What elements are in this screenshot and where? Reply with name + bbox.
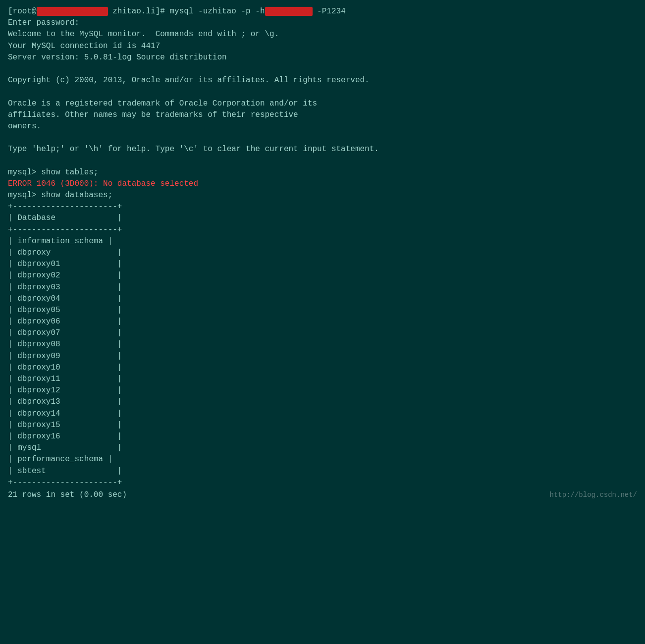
redacted-host: XXXXXXXXXX [265,7,313,16]
table-sep-header: +----------------------+ [8,224,637,236]
prompt-domain: zhitao.li]# mysql -uzhitao -p -h [108,7,265,16]
db-row-16: | dbproxy14 | [8,408,637,420]
prompt-start: [root@ [8,7,37,16]
output-line-2: Welcome to the MySQL monitor. Commands e… [8,29,637,40]
mysql-cmd-1: mysql> show tables; [8,167,637,178]
output-line-7: affiliates. Other names may be trademark… [8,109,637,121]
db-row-8: | dbproxy06 | [8,316,637,327]
db-row-12: | dbproxy10 | [8,362,637,374]
db-row-11: | dbproxy09 | [8,351,637,362]
db-row-2: | dbproxy | [8,247,637,259]
output-line-4: Server version: 5.0.81-log Source distri… [8,52,637,63]
table-sep-bottom: +----------------------+ [8,477,637,488]
output-line-1: Enter password: [8,17,637,29]
mysql-cmd-2: mysql> show databases; [8,190,637,201]
output-line-blank-2 [8,86,637,98]
prompt-line: [root@XXXXXXXXXXXXXXX zhitao.li]# mysql … [8,6,637,17]
db-row-7: | dbproxy05 | [8,305,637,316]
db-row-6: | dbproxy04 | [8,293,637,305]
table-header: | Database | [8,213,637,224]
output-line-9: Type 'help;' or '\h' for help. Type '\c'… [8,144,637,155]
error-line: ERROR 1046 (3D000): No database selected [8,178,637,190]
footer-url: http://blog.csdn.net/ [550,490,637,500]
db-row-15: | dbproxy13 | [8,396,637,408]
db-row-20: | performance_schema | [8,454,637,465]
output-line-8: owners. [8,121,637,132]
output-line-blank-1 [8,63,637,75]
db-row-17: | dbproxy15 | [8,420,637,431]
result-count: 21 rows in set (0.00 sec) [8,489,127,501]
db-row-3: | dbproxy01 | [8,259,637,270]
output-line-3: Your MySQL connection id is 4417 [8,41,637,52]
table-sep-top: +----------------------+ [8,201,637,213]
output-line-6: Oracle is a registered trademark of Orac… [8,98,637,109]
db-row-5: | dbproxy03 | [8,282,637,293]
db-row-10: | dbproxy08 | [8,339,637,350]
terminal-window: [root@XXXXXXXXXXXXXXX zhitao.li]# mysql … [5,4,640,644]
redacted-hostname: XXXXXXXXXXXXXXX [37,7,108,16]
db-row-21: | sbtest | [8,466,637,477]
output-line-5: Copyright (c) 2000, 2013, Oracle and/or … [8,75,637,86]
db-row-14: | dbproxy12 | [8,385,637,396]
prompt-port: -P1234 [313,7,346,16]
db-row-13: | dbproxy11 | [8,374,637,385]
db-row-18: | dbproxy16 | [8,431,637,442]
output-line-blank-4 [8,155,637,166]
db-row-19: | mysql | [8,442,637,454]
db-row-9: | dbproxy07 | [8,327,637,339]
db-row-1: | information_schema | [8,236,637,247]
output-line-blank-3 [8,132,637,144]
db-row-4: | dbproxy02 | [8,270,637,281]
